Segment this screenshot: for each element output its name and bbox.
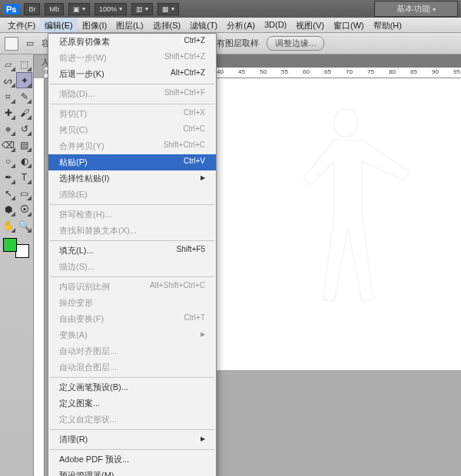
ruler-mark: 70 — [346, 68, 353, 75]
menuitem-内容识别比例: 内容识别比例Alt+Shift+Ctrl+C — [48, 279, 216, 295]
ruler-mark: 40 — [217, 68, 224, 75]
3dcam-tool[interactable]: ⦿ — [16, 201, 32, 217]
menuitem-定义图案...[interactable]: 定义图案... — [48, 395, 216, 412]
path-tool[interactable]: ↖ — [0, 185, 16, 201]
menu-1[interactable]: 编辑(E) — [40, 18, 78, 32]
menuitem-变换(A): 变换(A) — [48, 327, 216, 343]
zoom-dropdown[interactable]: 100% — [95, 3, 127, 15]
new-selection-icon[interactable]: ▭ — [26, 38, 34, 48]
ruler-mark: 95 — [453, 68, 460, 75]
menuitem-操控变形: 操控变形 — [48, 295, 216, 311]
menuitem-定义自定形状...: 定义自定形状... — [48, 412, 216, 428]
ruler-mark: 65 — [324, 68, 331, 75]
ruler-mark: 90 — [432, 68, 439, 75]
screenmode-dropdown[interactable]: ▣ — [68, 3, 90, 15]
ps-logo: Ps — [3, 4, 19, 15]
menu-bar: 文件(F)编辑(E)图像(I)图层(L)选择(S)滤镜(T)分析(A)3D(D)… — [0, 18, 461, 33]
dodge-tool[interactable]: ◐ — [16, 153, 32, 169]
eyedrop-tool[interactable]: ✎ — [16, 88, 32, 104]
crop-tool[interactable]: ⌗ — [0, 88, 16, 104]
arrange-dropdown[interactable]: ▥ — [131, 3, 153, 15]
ruler-mark: 80 — [389, 68, 396, 75]
figure-outline — [261, 94, 430, 339]
bridge-button[interactable]: Br — [24, 3, 40, 15]
tool-preset-icon[interactable] — [5, 37, 18, 51]
shape-tool[interactable]: ▭ — [16, 185, 32, 201]
history-tool[interactable]: ↺ — [16, 121, 32, 137]
menu-8[interactable]: 视图(V) — [291, 18, 329, 32]
menuitem-选择性粘贴(I)[interactable]: 选择性粘贴(I) — [48, 170, 216, 187]
color-swatches[interactable] — [2, 236, 31, 259]
hand-tool[interactable]: ✋ — [0, 217, 16, 233]
extras-dropdown[interactable]: ▦ — [158, 3, 179, 15]
menuitem-前进一步(W): 前进一步(W)Shift+Ctrl+Z — [48, 50, 216, 66]
menuitem-查找和替换文本(X)...: 查找和替换文本(X)... — [48, 223, 216, 239]
menuitem-拷贝(C): 拷贝(C)Ctrl+C — [48, 122, 216, 138]
menuitem-Adobe PDF 预设...[interactable]: Adobe PDF 预设... — [48, 451, 216, 468]
menuitem-拼写检查(H)...: 拼写检查(H)... — [48, 207, 216, 223]
menuitem-自动对齐图层...: 自动对齐图层... — [48, 343, 216, 359]
menu-9[interactable]: 窗口(W) — [329, 18, 369, 32]
gradient-tool[interactable]: ▤ — [16, 137, 32, 153]
menuitem-预设管理器(M)...[interactable]: 预设管理器(M)... — [48, 468, 216, 476]
canvas[interactable] — [215, 78, 461, 370]
stamp-tool[interactable]: ⎈ — [0, 121, 16, 137]
ruler-mark: 50 — [260, 68, 267, 75]
menuitem-描边(S)...: 描边(S)... — [48, 259, 216, 275]
menu-5[interactable]: 滤镜(T) — [185, 18, 222, 32]
menu-0[interactable]: 文件(F) — [3, 18, 40, 32]
zoom-tool[interactable]: 🔍 — [16, 217, 32, 233]
menuitem-粘贴(P)[interactable]: 粘贴(P)Ctrl+V — [48, 154, 216, 170]
menu-3[interactable]: 图层(L) — [111, 18, 148, 32]
heal-tool[interactable]: ✚ — [0, 104, 16, 121]
refine-edge-button[interactable]: 调整边缘... — [267, 36, 324, 51]
ruler-mark: 75 — [367, 68, 374, 75]
type-tool[interactable]: T — [16, 169, 32, 185]
menu-4[interactable]: 选择(S) — [148, 18, 186, 32]
menuitem-还原剪切像素[interactable]: 还原剪切像素Ctrl+Z — [48, 34, 216, 50]
menuitem-自由变换(F): 自由变换(F)Ctrl+T — [48, 311, 216, 327]
ruler-mark: 60 — [303, 68, 310, 75]
ruler-mark: 85 — [410, 68, 417, 75]
menuitem-合并拷贝(Y): 合并拷贝(Y)Shift+Ctrl+C — [48, 138, 216, 154]
menuitem-定义画笔预设(B)...[interactable]: 定义画笔预设(B)... — [48, 379, 216, 395]
wand-tool[interactable]: ✦ — [16, 72, 32, 88]
ruler-mark: 55 — [281, 68, 288, 75]
menu-2[interactable]: 图像(I) — [78, 18, 111, 32]
lasso-tool[interactable]: ᔕ — [0, 72, 16, 88]
menuitem-渐隐(D)...: 渐隐(D)...Shift+Ctrl+F — [48, 86, 216, 102]
menuitem-后退一步(K)[interactable]: 后退一步(K)Alt+Ctrl+Z — [48, 66, 216, 82]
menu-10[interactable]: 帮助(H) — [369, 18, 406, 32]
ruler-vertical — [34, 78, 45, 476]
menuitem-清除(E): 清除(E) — [48, 187, 216, 203]
pen-tool[interactable]: ✒ — [0, 169, 16, 185]
menuitem-填充(L)...[interactable]: 填充(L)...Shift+F5 — [48, 243, 216, 259]
title-bar: Ps Br Mb ▣ 100% ▥ ▦ 基本功能 — [0, 0, 461, 18]
workspace-switcher[interactable]: 基本功能 — [374, 1, 458, 17]
toolbox: ▱⬚ᔕ✦⌗✎✚🖌⎈↺⌫▤○◐✒T↖▭⬢⦿✋🔍 — [0, 55, 34, 476]
edit-menu-dropdown: 还原剪切像素Ctrl+Z前进一步(W)Shift+Ctrl+Z后退一步(K)Al… — [48, 33, 217, 476]
marquee-tool[interactable]: ⬚ — [16, 56, 32, 72]
brush-tool[interactable]: 🖌 — [16, 104, 32, 121]
move-tool[interactable]: ▱ — [0, 56, 16, 72]
minibridge-button[interactable]: Mb — [45, 3, 64, 15]
menuitem-清理(R)[interactable]: 清理(R) — [48, 431, 216, 448]
3d-tool[interactable]: ⬢ — [0, 201, 16, 217]
menu-6[interactable]: 分析(A) — [222, 18, 260, 32]
blur-tool[interactable]: ○ — [0, 153, 16, 169]
menuitem-自动混合图层...: 自动混合图层... — [48, 359, 216, 375]
ruler-mark: 45 — [238, 68, 245, 75]
menuitem-剪切(T): 剪切(T)Ctrl+X — [48, 106, 216, 122]
eraser-tool[interactable]: ⌫ — [0, 137, 16, 153]
menu-7[interactable]: 3D(D) — [260, 18, 291, 32]
